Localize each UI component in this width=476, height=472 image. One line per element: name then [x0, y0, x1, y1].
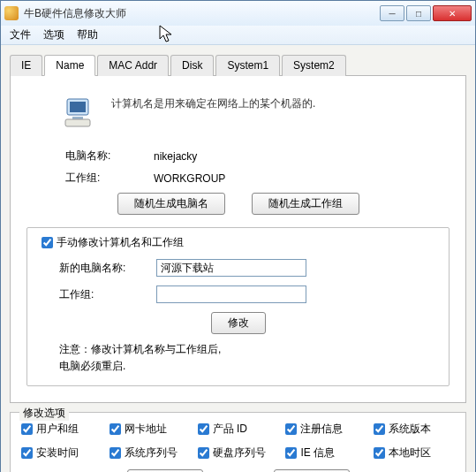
option-checkbox[interactable] [198, 447, 209, 459]
option-label: 硬盘序列号 [213, 445, 266, 461]
app-icon [4, 6, 19, 20]
option-label: 安装时间 [36, 445, 79, 461]
new-workgroup-input[interactable] [156, 285, 306, 303]
option-label: 系统序列号 [125, 445, 178, 461]
option-label: 注册信息 [300, 422, 343, 437]
new-workgroup-label: 工作组: [59, 287, 156, 302]
option-item[interactable]: 系统版本 [374, 422, 455, 437]
modify-button[interactable]: 修改 [211, 312, 266, 334]
window-title: 牛B硬件信息修改大师 [24, 6, 380, 21]
close-button[interactable]: ✕ [433, 5, 472, 21]
option-label: 网卡地址 [125, 422, 167, 437]
option-item[interactable]: 硬盘序列号 [198, 445, 279, 461]
option-label: IE 信息 [300, 445, 335, 461]
menu-help[interactable]: 帮助 [77, 27, 98, 42]
option-item[interactable]: 注册信息 [285, 422, 366, 437]
svg-rect-1 [70, 102, 86, 112]
option-checkbox[interactable] [285, 423, 297, 435]
option-item[interactable]: 网卡地址 [110, 422, 191, 437]
restart-note: 注意：修改计算机名称与工作组后, 电脑必须重启. [42, 341, 434, 375]
generate-workgroup-button[interactable]: 随机生成工作组 [252, 193, 359, 215]
tab-system1[interactable]: System1 [215, 55, 280, 76]
option-item[interactable]: 本地时区 [374, 445, 455, 461]
option-item[interactable]: 系统序列号 [110, 445, 191, 461]
option-checkbox[interactable] [198, 423, 209, 435]
menubar: 文件 选项 帮助 [1, 26, 475, 45]
option-checkbox[interactable] [285, 447, 297, 459]
tab-strip: IE Name MAC Addr Disk System1 System2 [10, 54, 466, 76]
modify-options-group: 修改选项 用户和组网卡地址产品 ID注册信息系统版本安装时间系统序列号硬盘序列号… [10, 412, 466, 472]
option-checkbox[interactable] [110, 423, 121, 435]
option-item[interactable]: 用户和组 [21, 422, 102, 437]
titlebar: 牛B硬件信息修改大师 ─ □ ✕ [1, 1, 475, 26]
new-name-input[interactable] [156, 259, 306, 277]
maximize-button[interactable]: □ [406, 5, 431, 21]
computer-icon [62, 95, 97, 131]
svg-rect-3 [65, 119, 90, 126]
option-checkbox[interactable] [374, 423, 385, 435]
option-item[interactable]: 产品 ID [198, 422, 279, 437]
tab-content-name: 计算机名是用来确定在网络上的某个机器的. 电脑名称: nikejacky 工作组… [10, 76, 466, 403]
workgroup-label: 工作组: [65, 171, 154, 186]
option-checkbox[interactable] [21, 447, 33, 459]
tab-ie[interactable]: IE [10, 55, 42, 76]
option-label: 产品 ID [213, 422, 247, 437]
manual-edit-checkbox[interactable] [42, 237, 53, 248]
description-text: 计算机名是用来确定在网络上的某个机器的. [111, 95, 315, 112]
option-label: 用户和组 [36, 422, 79, 437]
computer-name-label: 电脑名称: [65, 148, 154, 164]
manual-edit-label: 手动修改计算机名和工作组 [57, 235, 184, 250]
manual-edit-group: 手动修改计算机名和工作组 新的电脑名称: 工作组: 修改 注意：修改计算机名称与… [26, 227, 450, 386]
tab-disk[interactable]: Disk [170, 55, 214, 76]
option-checkbox[interactable] [374, 447, 385, 459]
client-area: IE Name MAC Addr Disk System1 System2 计算… [1, 45, 475, 472]
tab-name[interactable]: Name [44, 55, 95, 76]
tab-system2[interactable]: System2 [282, 55, 346, 76]
option-item[interactable]: 安装时间 [21, 445, 102, 461]
generate-name-button[interactable]: 随机生成电脑名 [117, 193, 225, 215]
minimize-button[interactable]: ─ [380, 5, 404, 21]
workgroup-value: WORKGROUP [154, 172, 225, 185]
menu-file[interactable]: 文件 [10, 27, 31, 42]
computer-name-value: nikejacky [154, 150, 197, 163]
modify-options-legend: 修改选项 [19, 406, 69, 421]
option-item[interactable]: IE 信息 [285, 445, 366, 461]
option-label: 系统版本 [389, 422, 431, 437]
option-checkbox[interactable] [110, 447, 121, 459]
option-checkbox[interactable] [21, 423, 33, 435]
new-name-label: 新的电脑名称: [59, 261, 156, 276]
tab-macaddr[interactable]: MAC Addr [97, 55, 169, 76]
app-window: 牛B硬件信息修改大师 ─ □ ✕ 文件 选项 帮助 IE Name MAC Ad… [0, 0, 476, 472]
menu-options[interactable]: 选项 [43, 27, 64, 42]
option-label: 本地时区 [389, 445, 431, 461]
